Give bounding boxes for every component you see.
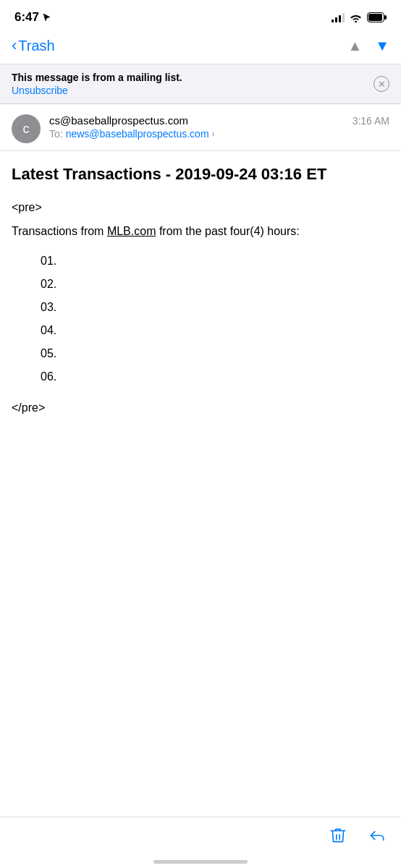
status-bar: 6:47 bbox=[0, 0, 401, 30]
pre-tag-text: <pre> bbox=[12, 201, 42, 213]
to-row[interactable]: To: news@baseballprospectus.com › bbox=[49, 128, 389, 140]
to-label: To: bbox=[49, 128, 63, 140]
down-arrow-button[interactable]: ▼ bbox=[375, 38, 389, 54]
wifi-icon bbox=[350, 13, 362, 22]
status-time: 6:47 bbox=[14, 10, 51, 25]
location-arrow-icon bbox=[43, 13, 51, 22]
email-intro: Transactions from MLB.com from the past … bbox=[12, 222, 389, 241]
avatar-initial: c bbox=[23, 122, 30, 137]
list-item: 02. bbox=[41, 273, 389, 296]
mailing-list-banner: This message is from a mailing list. Uns… bbox=[0, 64, 401, 104]
from-row: cs@baseballprospectus.com 3:16 AM bbox=[49, 114, 389, 127]
home-indicator bbox=[153, 860, 248, 864]
svg-rect-1 bbox=[384, 15, 387, 20]
list-item: 01. bbox=[41, 250, 389, 273]
email-subject: Latest Transactions - 2019-09-24 03:16 E… bbox=[12, 164, 389, 185]
status-icons bbox=[332, 12, 387, 22]
transaction-list: 01. 02. 03. 04. 05. 06. bbox=[41, 250, 389, 388]
email-header: c cs@baseballprospectus.com 3:16 AM To: … bbox=[0, 104, 401, 151]
list-item: 06. bbox=[41, 365, 389, 388]
mailing-list-title: This message is from a mailing list. bbox=[12, 72, 373, 83]
list-item: 04. bbox=[41, 319, 389, 342]
email-time: 3:16 AM bbox=[353, 115, 389, 127]
nav-bar: ‹ Trash ▲ ▼ bbox=[0, 30, 401, 64]
signal-bar-2 bbox=[335, 17, 337, 22]
pre-close-tag-text: </pre> bbox=[12, 401, 45, 414]
signal-bar-3 bbox=[339, 15, 341, 22]
mailing-list-text: This message is from a mailing list. Uns… bbox=[12, 72, 373, 96]
reply-button[interactable] bbox=[368, 826, 387, 848]
back-chevron-icon: ‹ bbox=[12, 36, 17, 55]
banner-close-button[interactable]: ✕ bbox=[373, 76, 389, 92]
mlb-link[interactable]: MLB.com bbox=[107, 225, 156, 237]
signal-bar-4 bbox=[342, 13, 345, 22]
up-arrow-button[interactable]: ▲ bbox=[347, 38, 362, 54]
battery-icon bbox=[367, 12, 387, 22]
intro-text: Transactions from bbox=[12, 225, 107, 237]
trash-button[interactable] bbox=[329, 826, 347, 848]
time-display: 6:47 bbox=[14, 10, 39, 25]
nav-actions: ▲ ▼ bbox=[347, 38, 389, 54]
signal-bar-1 bbox=[332, 20, 334, 22]
back-button[interactable]: ‹ Trash bbox=[12, 36, 55, 55]
email-from: cs@baseballprospectus.com bbox=[49, 114, 188, 127]
list-item: 03. bbox=[41, 296, 389, 319]
svg-rect-2 bbox=[368, 14, 382, 21]
list-item: 05. bbox=[41, 342, 389, 365]
to-chevron-icon: › bbox=[212, 129, 215, 139]
signal-bars bbox=[332, 12, 345, 22]
unsubscribe-link[interactable]: Unsubscribe bbox=[12, 85, 373, 96]
intro-text-2: from the past four(4) hours: bbox=[156, 225, 299, 237]
avatar: c bbox=[12, 114, 41, 143]
email-meta: cs@baseballprospectus.com 3:16 AM To: ne… bbox=[49, 114, 389, 140]
email-content: <pre> Transactions from MLB.com from the… bbox=[12, 198, 389, 417]
close-icon: ✕ bbox=[378, 79, 386, 90]
to-address: news@baseballprospectus.com bbox=[66, 128, 209, 140]
pre-close-tag: </pre> bbox=[12, 399, 389, 417]
email-body: Latest Transactions - 2019-09-24 03:16 E… bbox=[0, 151, 401, 489]
back-label: Trash bbox=[18, 38, 54, 54]
pre-open-tag: <pre> bbox=[12, 198, 389, 217]
